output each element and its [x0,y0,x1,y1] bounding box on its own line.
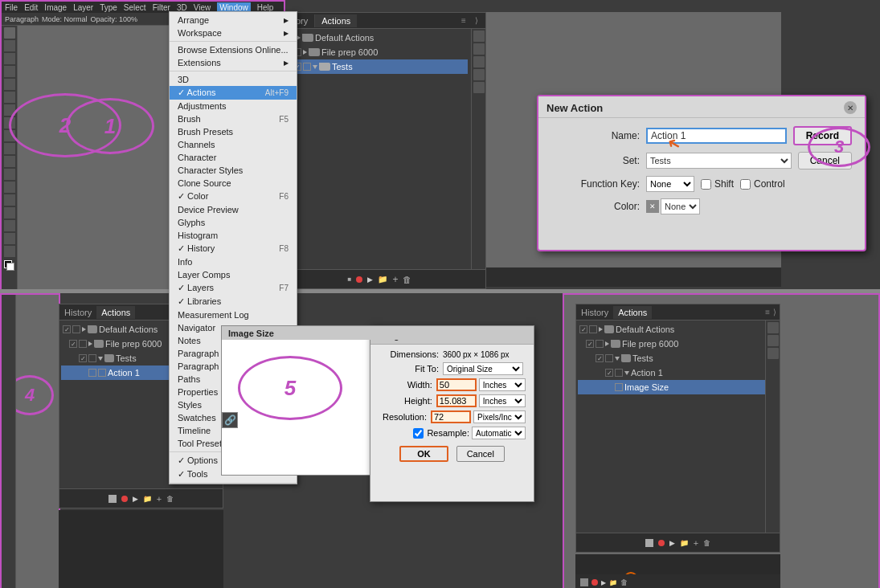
bl-play-btn[interactable]: ▶ [133,495,138,503]
br-canvas-play[interactable]: ▶ [601,579,606,586]
menu-layer-comps[interactable]: Layer Comps [170,268,297,281]
br-check1-is[interactable] [615,383,623,391]
imgdlg-fitto-select[interactable]: Original Size [443,362,523,375]
br-tri-fp[interactable] [605,341,609,346]
tool-shape[interactable] [4,220,15,231]
tool-gradient[interactable] [4,156,15,167]
br-play-btn[interactable]: ▶ [669,539,675,547]
function-key-select[interactable]: None [646,176,694,192]
bl-folder-btn[interactable]: 📁 [143,495,152,503]
tool-brush[interactable] [4,104,15,116]
btn-folder[interactable]: 📁 [378,275,387,284]
menu-actions[interactable]: ✓ Actions Alt+F9 [170,86,297,100]
fg-bg-colors[interactable] [4,260,15,270]
tool-heal[interactable] [4,92,15,103]
panel-menu-icon[interactable]: ≡ [458,15,469,27]
tool-clone[interactable] [4,117,15,129]
tool-zoom[interactable] [4,246,15,257]
tool-lasso[interactable] [4,53,15,64]
tab-actions[interactable]: Actions [315,14,357,27]
br-check1-tests[interactable]: ✓ [596,354,604,362]
check2-tests[interactable] [303,63,311,71]
tool-hand[interactable] [4,233,15,244]
br-tri-tests[interactable] [615,357,620,361]
menu-history[interactable]: ✓ HistoryF8 [170,242,297,255]
tool-select[interactable] [4,40,15,51]
imgdlg-resample-select[interactable]: Automatic [472,427,526,439]
br-check1-fp[interactable]: ✓ [586,340,594,348]
menu-layer[interactable]: Layer [73,3,93,12]
menu-adjustments[interactable]: Adjustments [170,100,297,112]
menu-3d[interactable]: 3D [170,73,297,86]
br-check2[interactable] [589,325,597,333]
menu-brush-presets[interactable]: Brush Presets [170,125,297,138]
tool-path-select[interactable] [4,207,15,218]
br-panel-menu[interactable]: ≡ [765,308,773,316]
color-x-icon[interactable]: ✕ [646,200,659,213]
bl-check2-action1[interactable] [98,369,106,377]
side-icon-4[interactable] [473,69,485,80]
bl-tab-actions[interactable]: Actions [96,306,135,319]
imgdlg-cancel-btn[interactable]: Cancel [456,446,505,462]
menu-workspace[interactable]: Workspace [170,27,297,39]
bl-del-btn[interactable]: 🗑 [166,495,174,503]
menu-type[interactable]: Type [100,3,117,12]
bl-check2-tests[interactable] [88,354,96,362]
imgdlg-height-unit[interactable]: Inches [479,394,526,407]
menu-brush[interactable]: BrushF5 [170,112,297,125]
br-del-btn[interactable]: 🗑 [703,539,710,547]
actions-row-tests[interactable]: ✓ Tests [276,59,468,74]
menu-extensions[interactable]: Extensions [170,56,297,69]
side-icon-5[interactable] [473,82,485,93]
menu-histogram[interactable]: Histogram [170,229,297,242]
imgdlg-height-input[interactable] [436,394,477,407]
tool-move[interactable] [4,27,15,39]
bl-check1-action1[interactable] [88,369,96,377]
panel-expand-icon[interactable]: ⟩ [471,15,482,27]
br-canvas-record[interactable] [591,579,598,586]
br-canvas-trash[interactable]: 🗑 [620,578,628,586]
side-icon-3[interactable] [473,56,485,67]
bl-tri-tests[interactable] [98,357,103,361]
set-select[interactable]: Tests [646,153,792,169]
tool-history-brush[interactable] [4,130,15,141]
menu-file[interactable]: File [5,3,18,12]
shift-checkbox[interactable] [701,179,711,190]
br-check2-a1[interactable] [615,369,623,377]
tool-type[interactable] [4,194,15,206]
side-icon-1[interactable] [473,31,485,42]
br-side-icon-3[interactable] [767,348,779,359]
menu-info[interactable]: Info [170,255,297,268]
tool-eraser[interactable] [4,143,15,154]
link-chain-icon[interactable]: 🔗 [222,412,238,428]
menu-color[interactable]: ✓ ColorF6 [170,190,297,203]
new-action-close-button[interactable]: ✕ [844,101,857,114]
bl-record-btn[interactable] [121,496,128,502]
bl-tri-default[interactable] [82,327,86,332]
menu-browse-extensions[interactable]: Browse Extensions Online... [170,43,297,56]
br-check2-fp[interactable] [596,340,604,348]
triangle-fileprep[interactable] [303,50,307,55]
tool-eyedropper[interactable] [4,79,15,90]
br-side-icon-1[interactable] [767,322,779,333]
br-canvas-folder[interactable]: 📁 [609,579,617,586]
menu-edit[interactable]: Edit [24,3,38,12]
br-tab-history[interactable]: History [576,306,613,319]
menu-character[interactable]: Character [170,151,297,164]
bl-check2-default[interactable] [72,325,80,333]
imgdlg-width-input[interactable] [436,378,477,391]
imgdlg-width-unit[interactable]: Inches [479,378,526,391]
br-record-btn[interactable] [658,540,665,546]
br-panel-expand[interactable]: ⟩ [773,308,780,316]
bl-stop-btn[interactable] [108,495,117,503]
tool-dodge[interactable] [4,169,15,180]
br-side-icon-2[interactable] [767,335,779,346]
bl-tri-fileprep[interactable] [88,341,92,346]
imgdlg-ok-btn[interactable]: OK [399,446,448,462]
menu-select[interactable]: Select [124,3,146,12]
menu-character-styles[interactable]: Character Styles [170,164,297,177]
btn-play[interactable]: ▶ [367,276,373,284]
btn-delete-action[interactable]: 🗑 [403,275,411,284]
imgdlg-res-unit[interactable]: Pixels/Inch [473,410,526,423]
menu-view[interactable]: View [194,3,211,12]
